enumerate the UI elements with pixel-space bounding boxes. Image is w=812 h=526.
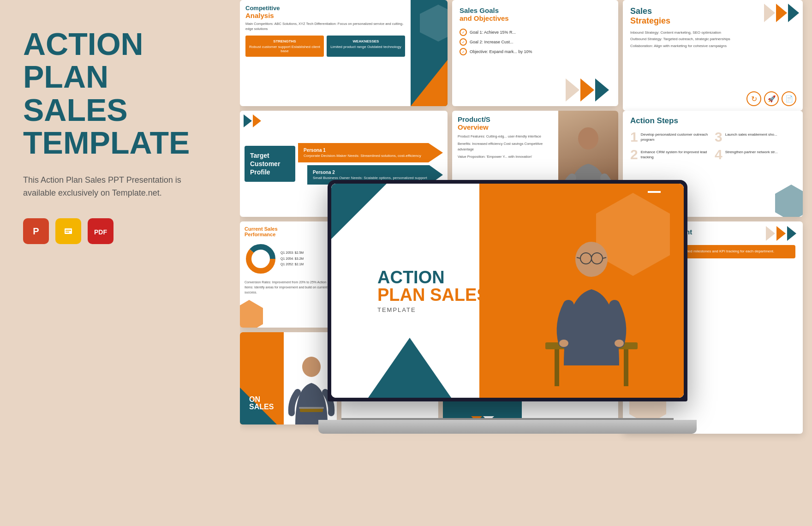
action-steps-title: Action Steps [630, 116, 795, 126]
persona1-body: Corporate Decision-Maker Needs: Streamli… [304, 154, 434, 158]
weaknesses-body: Limited product range Outdated technolog… [330, 45, 401, 49]
goal-2: ✓ Goal 2: Increase Cust... [460, 38, 611, 46]
svg-point-8 [578, 127, 598, 149]
sales-goals-title: Sales Goals [460, 6, 611, 14]
product-title: Product/S [458, 115, 553, 123]
main-slide-subtitle: TEMPLATE [377, 306, 489, 313]
hex-deco-teal [775, 185, 803, 217]
main-slide-person [527, 204, 656, 398]
svg-point-17 [615, 340, 624, 347]
svg-rect-3 [65, 228, 72, 234]
svg-rect-4 [66, 230, 71, 231]
laptop-base [318, 420, 697, 434]
strategy-icon-3: 📄 [782, 91, 796, 106]
persona1-title: Persona 1 [304, 148, 434, 153]
comp-title-orange: Analysis [245, 12, 405, 19]
svg-rect-10 [555, 349, 559, 386]
main-slide-content: ACTION PLAN SALES TEMPLATE [377, 269, 489, 313]
collab-strategy: Collaboration: Align with marketing for … [630, 43, 795, 49]
comp-title: Competitive [245, 5, 405, 12]
weaknesses-title: WEAKNESSES [330, 39, 401, 43]
goal-1: ✓ Goal 1: Achieve 15% R... [460, 29, 611, 36]
strategy-icon-1: ↻ [746, 91, 761, 106]
pdf-icon[interactable]: PDF [88, 218, 113, 244]
google-slides-icon[interactable] [55, 218, 81, 244]
action-step-2: 2 Enhance CRM system for improved lead t… [630, 148, 711, 161]
svg-text:P: P [33, 226, 39, 236]
donut-chart [245, 243, 277, 275]
main-slide-title1: ACTION [377, 269, 489, 286]
product-features: Product Features: Cutting-edg... user-fr… [458, 134, 553, 139]
main-slide: ACTION PLAN SALES TEMPLATE [331, 184, 684, 398]
svg-point-26 [302, 357, 321, 377]
product-benefits: Benefits: Increased efficiency Cost savi… [458, 141, 553, 152]
outbound-strategy: Outbound Strategy: Targeted outreach, st… [630, 36, 795, 42]
sales-q1: Q1 2053: $2.5M [281, 250, 304, 256]
svg-point-25 [253, 251, 268, 266]
strengths-body: Robust customer support Established clie… [249, 45, 320, 53]
slide-competitive-analysis[interactable]: Competitive Analysis Main Competitors: A… [240, 0, 448, 106]
sales-q3: Q1 2052: $2.1M [281, 262, 304, 268]
svg-text:PDF: PDF [94, 228, 107, 236]
left-panel: ACTION PLAN SALES TEMPLATE This Action P… [0, 0, 240, 526]
main-slide-title2: PLAN SALES [377, 286, 489, 304]
comp-body: Main Competitors: ABC Solutions, XYZ Tec… [245, 21, 405, 32]
strategy-icon-2: 🚀 [764, 91, 779, 106]
laptop-screen-inner: ACTION PLAN SALES TEMPLATE [331, 184, 684, 398]
slide-sales-strategies[interactable]: Sales Strategies Inbound Strategy: Conte… [623, 0, 803, 111]
product-value: Value Proposition: 'Empower Y... with In… [458, 154, 553, 160]
powerpoint-icon[interactable]: P [23, 218, 49, 244]
laptop-screen: ACTION PLAN SALES TEMPLATE [328, 180, 687, 401]
slide-sales-goals[interactable]: Sales Goals and Objectives ✓ Goal 1: Ach… [452, 0, 618, 106]
laptop-container: ACTION PLAN SALES TEMPLATE [318, 180, 697, 434]
hex-deco [240, 300, 263, 328]
bottom-left-title: ON SALES [249, 396, 274, 411]
strengths-title: STRENGTHS [249, 39, 320, 43]
persona2-title: Persona 2 [313, 170, 434, 175]
subtitle: This Action Plan Sales PPT Presentation … [23, 173, 208, 200]
persona2-body: Small Business Owner Needs: Scalable opt… [313, 176, 434, 180]
target-title: Target Customer Profile [245, 146, 295, 182]
svg-rect-5 [66, 232, 69, 233]
sales-q2: Q1 2054: $3.2M [281, 256, 304, 262]
svg-point-16 [559, 340, 568, 347]
goal-objective: ✓ Objective: Expand mark... by 10% [460, 48, 611, 55]
main-title: ACTION PLAN SALES TEMPLATE [23, 28, 217, 160]
action-step-4: 4 Strengthen partner network str... [715, 148, 795, 161]
app-icons-row: P PDF [23, 218, 217, 244]
action-step-1: 1 Develop personalized customer outreach… [630, 130, 711, 144]
slide-dash [648, 191, 661, 193]
action-step-3: 3 Launch sales enablement sho... [715, 130, 795, 144]
sales-goals-orange: and Objectives [460, 14, 611, 22]
svg-rect-11 [624, 349, 628, 386]
slides-grid: Competitive Analysis Main Competitors: A… [240, 0, 812, 526]
product-title2: Overview [458, 123, 553, 131]
inbound-strategy: Inbound Strategy: Content marketing, SEO… [630, 30, 795, 36]
